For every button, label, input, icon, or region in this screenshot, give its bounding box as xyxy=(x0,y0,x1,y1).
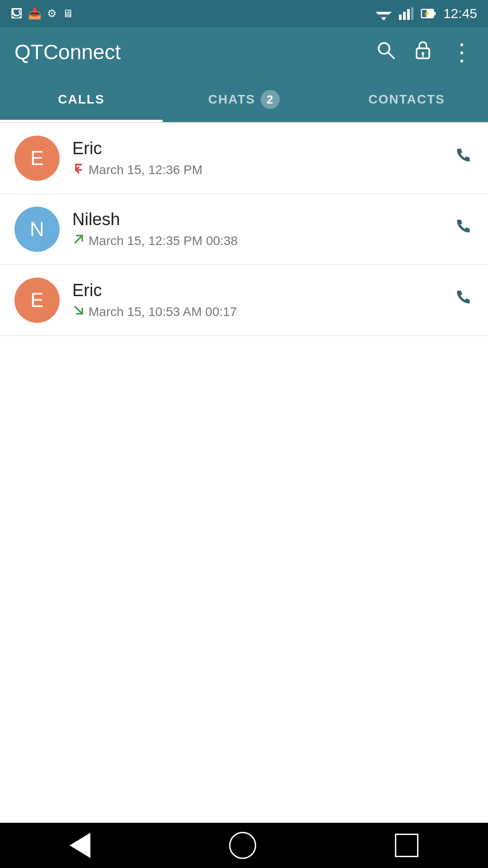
call-detail-2: March 15, 12:35 PM 00:38 xyxy=(72,233,441,249)
call-info-3: Eric March 15, 10:53 AM 00:17 xyxy=(72,281,441,320)
call-detail-1: March 15, 12:36 PM xyxy=(72,162,441,178)
app-title: QTConnect xyxy=(14,40,121,64)
svg-rect-4 xyxy=(399,14,402,20)
status-icons-right: ⚡ 12:45 xyxy=(375,6,477,21)
call-item-2[interactable]: N Nilesh March 15, 12:35 PM 00:38 xyxy=(0,194,488,265)
search-button[interactable] xyxy=(376,40,396,64)
lock-button[interactable] xyxy=(414,40,432,64)
svg-rect-7 xyxy=(411,7,413,20)
call-name-2: Nilesh xyxy=(72,210,441,229)
call-phone-icon-1[interactable] xyxy=(454,146,474,170)
call-date-2: March 15, 12:35 PM 00:38 xyxy=(89,234,238,248)
avatar-nilesh: N xyxy=(14,207,60,252)
home-button[interactable] xyxy=(229,832,256,859)
call-name-3: Eric xyxy=(72,281,441,300)
call-date-1: March 15, 12:36 PM xyxy=(89,163,202,177)
svg-text:⚡: ⚡ xyxy=(423,10,430,17)
call-list: E Eric March 15, 12:36 PM xyxy=(0,123,488,336)
download-icon: 📥 xyxy=(28,7,42,20)
tab-bar: CALLS CHATS 2 CONTACTS xyxy=(0,77,488,122)
status-time: 12:45 xyxy=(443,6,477,21)
tab-chats[interactable]: CHATS 2 xyxy=(163,77,325,122)
svg-rect-6 xyxy=(407,9,410,20)
settings-icon: ⚙ xyxy=(47,7,57,20)
call-name-1: Eric xyxy=(72,139,441,158)
avatar-eric-2: E xyxy=(14,278,60,323)
missed-call-arrow-icon xyxy=(72,162,85,178)
svg-rect-5 xyxy=(403,12,406,20)
svg-line-13 xyxy=(388,52,394,58)
incoming-call-arrow-icon xyxy=(72,304,85,320)
tab-chats-label: CHATS xyxy=(208,92,255,107)
more-options-button[interactable]: ⋮ xyxy=(450,40,474,64)
call-item-1[interactable]: E Eric March 15, 12:36 PM xyxy=(0,123,488,194)
call-phone-icon-2[interactable] xyxy=(454,217,474,241)
signal-icon xyxy=(399,7,413,20)
call-info-1: Eric March 15, 12:36 PM xyxy=(72,139,441,178)
chats-badge: 2 xyxy=(261,90,280,109)
svg-line-19 xyxy=(75,307,82,314)
avatar-eric-1: E xyxy=(14,136,60,181)
outgoing-call-arrow-icon xyxy=(72,233,85,249)
recents-button[interactable] xyxy=(395,834,418,857)
image-icon: ⛾ xyxy=(11,7,23,21)
svg-rect-9 xyxy=(434,12,436,15)
svg-line-18 xyxy=(75,236,82,243)
bottom-nav xyxy=(0,823,488,868)
header-actions: ⋮ xyxy=(376,40,474,64)
wifi-icon xyxy=(375,7,392,20)
call-detail-3: March 15, 10:53 AM 00:17 xyxy=(72,304,441,320)
status-bar: ⛾ 📥 ⚙ 🖥 ⚡ 12:45 xyxy=(0,0,488,27)
status-icons-left: ⛾ 📥 ⚙ 🖥 xyxy=(11,7,73,21)
header: QTConnect ⋮ xyxy=(0,27,488,77)
tab-calls-label: CALLS xyxy=(58,92,104,107)
tab-contacts-label: CONTACTS xyxy=(368,92,445,107)
call-date-3: March 15, 10:53 AM 00:17 xyxy=(89,305,237,319)
call-info-2: Nilesh March 15, 12:35 PM 00:38 xyxy=(72,210,441,249)
tab-calls[interactable]: CALLS xyxy=(0,77,163,122)
call-item-3[interactable]: E Eric March 15, 10:53 AM 00:17 xyxy=(0,265,488,336)
back-button[interactable] xyxy=(70,833,90,858)
battery-icon: ⚡ xyxy=(421,7,436,20)
cast-icon: 🖥 xyxy=(62,7,73,20)
call-phone-icon-3[interactable] xyxy=(454,288,474,312)
tab-contacts[interactable]: CONTACTS xyxy=(325,77,488,122)
